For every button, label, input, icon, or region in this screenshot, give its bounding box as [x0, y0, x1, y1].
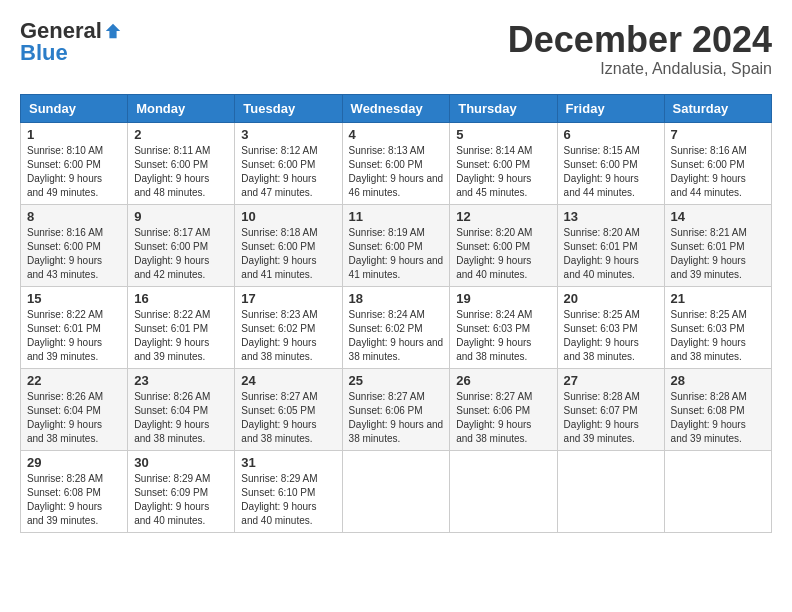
cell-content: Sunrise: 8:23 AM Sunset: 6:02 PM Dayligh…: [241, 308, 335, 364]
logo: General Blue: [20, 20, 122, 64]
calendar-week-3: 15 Sunrise: 8:22 AM Sunset: 6:01 PM Dayl…: [21, 286, 772, 368]
day-number: 27: [564, 373, 658, 388]
svg-marker-0: [106, 24, 120, 38]
calendar-cell: 17 Sunrise: 8:23 AM Sunset: 6:02 PM Dayl…: [235, 286, 342, 368]
cell-content: Sunrise: 8:20 AM Sunset: 6:01 PM Dayligh…: [564, 226, 658, 282]
calendar-cell: 10 Sunrise: 8:18 AM Sunset: 6:00 PM Dayl…: [235, 204, 342, 286]
calendar-week-2: 8 Sunrise: 8:16 AM Sunset: 6:00 PM Dayli…: [21, 204, 772, 286]
calendar-cell: 22 Sunrise: 8:26 AM Sunset: 6:04 PM Dayl…: [21, 368, 128, 450]
day-number: 9: [134, 209, 228, 224]
cell-content: Sunrise: 8:20 AM Sunset: 6:00 PM Dayligh…: [456, 226, 550, 282]
calendar-header-tuesday: Tuesday: [235, 94, 342, 122]
calendar-cell: 15 Sunrise: 8:22 AM Sunset: 6:01 PM Dayl…: [21, 286, 128, 368]
calendar-cell: 20 Sunrise: 8:25 AM Sunset: 6:03 PM Dayl…: [557, 286, 664, 368]
day-number: 28: [671, 373, 765, 388]
cell-content: Sunrise: 8:28 AM Sunset: 6:08 PM Dayligh…: [27, 472, 121, 528]
calendar-cell: [664, 450, 771, 532]
cell-content: Sunrise: 8:26 AM Sunset: 6:04 PM Dayligh…: [134, 390, 228, 446]
calendar-table: SundayMondayTuesdayWednesdayThursdayFrid…: [20, 94, 772, 533]
calendar-cell: 13 Sunrise: 8:20 AM Sunset: 6:01 PM Dayl…: [557, 204, 664, 286]
day-number: 31: [241, 455, 335, 470]
title-block: December 2024 Iznate, Andalusia, Spain: [508, 20, 772, 78]
cell-content: Sunrise: 8:29 AM Sunset: 6:10 PM Dayligh…: [241, 472, 335, 528]
calendar-cell: 21 Sunrise: 8:25 AM Sunset: 6:03 PM Dayl…: [664, 286, 771, 368]
day-number: 15: [27, 291, 121, 306]
day-number: 11: [349, 209, 444, 224]
day-number: 26: [456, 373, 550, 388]
calendar-week-4: 22 Sunrise: 8:26 AM Sunset: 6:04 PM Dayl…: [21, 368, 772, 450]
calendar-cell: 3 Sunrise: 8:12 AM Sunset: 6:00 PM Dayli…: [235, 122, 342, 204]
calendar-cell: 28 Sunrise: 8:28 AM Sunset: 6:08 PM Dayl…: [664, 368, 771, 450]
calendar-cell: 23 Sunrise: 8:26 AM Sunset: 6:04 PM Dayl…: [128, 368, 235, 450]
cell-content: Sunrise: 8:27 AM Sunset: 6:06 PM Dayligh…: [349, 390, 444, 446]
calendar-cell: 11 Sunrise: 8:19 AM Sunset: 6:00 PM Dayl…: [342, 204, 450, 286]
day-number: 1: [27, 127, 121, 142]
cell-content: Sunrise: 8:24 AM Sunset: 6:02 PM Dayligh…: [349, 308, 444, 364]
cell-content: Sunrise: 8:27 AM Sunset: 6:06 PM Dayligh…: [456, 390, 550, 446]
cell-content: Sunrise: 8:27 AM Sunset: 6:05 PM Dayligh…: [241, 390, 335, 446]
cell-content: Sunrise: 8:15 AM Sunset: 6:00 PM Dayligh…: [564, 144, 658, 200]
logo-icon: [104, 22, 122, 40]
calendar-cell: 6 Sunrise: 8:15 AM Sunset: 6:00 PM Dayli…: [557, 122, 664, 204]
calendar-cell: 30 Sunrise: 8:29 AM Sunset: 6:09 PM Dayl…: [128, 450, 235, 532]
day-number: 14: [671, 209, 765, 224]
calendar-header-saturday: Saturday: [664, 94, 771, 122]
month-title: December 2024: [508, 20, 772, 60]
day-number: 22: [27, 373, 121, 388]
calendar-cell: 8 Sunrise: 8:16 AM Sunset: 6:00 PM Dayli…: [21, 204, 128, 286]
calendar-header-thursday: Thursday: [450, 94, 557, 122]
cell-content: Sunrise: 8:17 AM Sunset: 6:00 PM Dayligh…: [134, 226, 228, 282]
cell-content: Sunrise: 8:25 AM Sunset: 6:03 PM Dayligh…: [564, 308, 658, 364]
day-number: 21: [671, 291, 765, 306]
cell-content: Sunrise: 8:25 AM Sunset: 6:03 PM Dayligh…: [671, 308, 765, 364]
cell-content: Sunrise: 8:10 AM Sunset: 6:00 PM Dayligh…: [27, 144, 121, 200]
cell-content: Sunrise: 8:22 AM Sunset: 6:01 PM Dayligh…: [27, 308, 121, 364]
cell-content: Sunrise: 8:28 AM Sunset: 6:08 PM Dayligh…: [671, 390, 765, 446]
calendar-week-1: 1 Sunrise: 8:10 AM Sunset: 6:00 PM Dayli…: [21, 122, 772, 204]
day-number: 3: [241, 127, 335, 142]
cell-content: Sunrise: 8:11 AM Sunset: 6:00 PM Dayligh…: [134, 144, 228, 200]
cell-content: Sunrise: 8:14 AM Sunset: 6:00 PM Dayligh…: [456, 144, 550, 200]
cell-content: Sunrise: 8:21 AM Sunset: 6:01 PM Dayligh…: [671, 226, 765, 282]
calendar-cell: 2 Sunrise: 8:11 AM Sunset: 6:00 PM Dayli…: [128, 122, 235, 204]
calendar-header-wednesday: Wednesday: [342, 94, 450, 122]
day-number: 10: [241, 209, 335, 224]
day-number: 20: [564, 291, 658, 306]
cell-content: Sunrise: 8:29 AM Sunset: 6:09 PM Dayligh…: [134, 472, 228, 528]
calendar-cell: 9 Sunrise: 8:17 AM Sunset: 6:00 PM Dayli…: [128, 204, 235, 286]
cell-content: Sunrise: 8:13 AM Sunset: 6:00 PM Dayligh…: [349, 144, 444, 200]
calendar-cell: 27 Sunrise: 8:28 AM Sunset: 6:07 PM Dayl…: [557, 368, 664, 450]
calendar-cell: 25 Sunrise: 8:27 AM Sunset: 6:06 PM Dayl…: [342, 368, 450, 450]
cell-content: Sunrise: 8:12 AM Sunset: 6:00 PM Dayligh…: [241, 144, 335, 200]
calendar-cell: 16 Sunrise: 8:22 AM Sunset: 6:01 PM Dayl…: [128, 286, 235, 368]
day-number: 8: [27, 209, 121, 224]
calendar-cell: 1 Sunrise: 8:10 AM Sunset: 6:00 PM Dayli…: [21, 122, 128, 204]
day-number: 30: [134, 455, 228, 470]
day-number: 12: [456, 209, 550, 224]
calendar-cell: 26 Sunrise: 8:27 AM Sunset: 6:06 PM Dayl…: [450, 368, 557, 450]
cell-content: Sunrise: 8:24 AM Sunset: 6:03 PM Dayligh…: [456, 308, 550, 364]
cell-content: Sunrise: 8:18 AM Sunset: 6:00 PM Dayligh…: [241, 226, 335, 282]
calendar-cell: 29 Sunrise: 8:28 AM Sunset: 6:08 PM Dayl…: [21, 450, 128, 532]
day-number: 25: [349, 373, 444, 388]
cell-content: Sunrise: 8:16 AM Sunset: 6:00 PM Dayligh…: [671, 144, 765, 200]
calendar-cell: 14 Sunrise: 8:21 AM Sunset: 6:01 PM Dayl…: [664, 204, 771, 286]
day-number: 7: [671, 127, 765, 142]
calendar-header-friday: Friday: [557, 94, 664, 122]
calendar-cell: 5 Sunrise: 8:14 AM Sunset: 6:00 PM Dayli…: [450, 122, 557, 204]
logo-general: General: [20, 20, 102, 42]
location-subtitle: Iznate, Andalusia, Spain: [508, 60, 772, 78]
calendar-header-monday: Monday: [128, 94, 235, 122]
calendar-cell: 18 Sunrise: 8:24 AM Sunset: 6:02 PM Dayl…: [342, 286, 450, 368]
day-number: 6: [564, 127, 658, 142]
calendar-cell: 24 Sunrise: 8:27 AM Sunset: 6:05 PM Dayl…: [235, 368, 342, 450]
cell-content: Sunrise: 8:16 AM Sunset: 6:00 PM Dayligh…: [27, 226, 121, 282]
day-number: 29: [27, 455, 121, 470]
day-number: 17: [241, 291, 335, 306]
calendar-cell: 7 Sunrise: 8:16 AM Sunset: 6:00 PM Dayli…: [664, 122, 771, 204]
calendar-cell: [342, 450, 450, 532]
day-number: 4: [349, 127, 444, 142]
day-number: 23: [134, 373, 228, 388]
calendar-cell: 31 Sunrise: 8:29 AM Sunset: 6:10 PM Dayl…: [235, 450, 342, 532]
day-number: 18: [349, 291, 444, 306]
